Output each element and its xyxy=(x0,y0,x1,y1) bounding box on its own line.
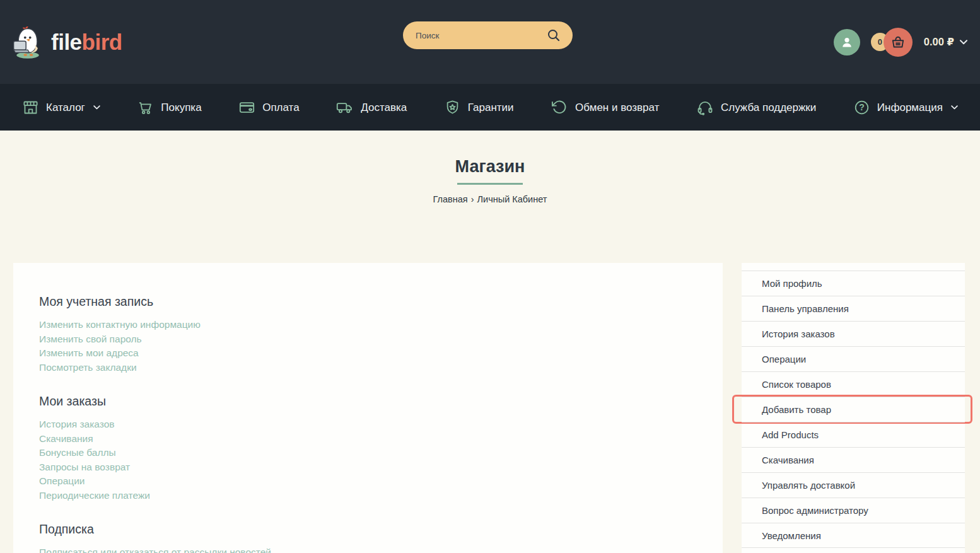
nav-label: Каталог xyxy=(46,102,85,113)
link-list: Подписаться или отказаться от рассылки н… xyxy=(39,545,697,553)
search-button[interactable] xyxy=(545,26,563,44)
brand-wordmark: filebird xyxy=(51,31,122,53)
nav-label: Оплата xyxy=(262,102,299,113)
section-title: Подписка xyxy=(39,521,697,537)
mascot-chicken-icon xyxy=(10,25,45,60)
credit-card-icon xyxy=(238,99,255,116)
sidebar-item-add-product[interactable]: Добавить товар xyxy=(742,397,965,422)
section-my-account: Моя учетная запись Изменить контактную и… xyxy=(39,293,697,375)
link-transactions[interactable]: Операции xyxy=(39,474,85,489)
link-downloads[interactable]: Скачивания xyxy=(39,432,93,446)
sidebar-item-manage-shipping[interactable]: Управлять доставкой xyxy=(742,472,965,498)
sidebar-item-ask-admin[interactable]: Вопрос администратору xyxy=(742,498,965,523)
link-list: Изменить контактную информацию Изменить … xyxy=(39,318,697,375)
main-nav: Каталог Покупка Оплата xyxy=(0,84,980,131)
sidebar-item-label: Управлять доставкой xyxy=(762,480,855,491)
account-overview-panel: Моя учетная запись Изменить контактную и… xyxy=(13,263,723,553)
nav-label: Гарантии xyxy=(468,102,514,113)
cart-dropdown-toggle[interactable] xyxy=(960,40,967,45)
header-account-area: 0 0.00 ₽ xyxy=(834,0,967,84)
svg-text:?: ? xyxy=(859,102,865,112)
sidebar-item-label: Панель управления xyxy=(762,303,849,314)
nav-label: Покупка xyxy=(161,102,201,113)
link-reward-points[interactable]: Бонусные баллы xyxy=(39,446,116,460)
section-newsletter: Подписка Подписаться или отказаться от р… xyxy=(39,521,697,553)
help-circle-icon: ? xyxy=(853,99,870,116)
truck-icon xyxy=(336,98,354,116)
chevron-down-icon xyxy=(951,105,958,110)
search-icon xyxy=(546,28,561,43)
breadcrumb-home-link[interactable]: Главная xyxy=(433,194,468,204)
sidebar-item-notifications[interactable]: Уведомления xyxy=(742,523,965,548)
sidebar-item-label: Операции xyxy=(762,354,806,364)
link-edit-contact-info[interactable]: Изменить контактную информацию xyxy=(39,318,201,332)
sidebar-item-dashboard[interactable]: Панель управления xyxy=(742,296,965,321)
sidebar-item-label: Мой профиль xyxy=(762,278,822,289)
sidebar-item-product-list[interactable]: Список товаров xyxy=(742,371,965,397)
sidebar-item-transactions[interactable]: Операции xyxy=(742,346,965,371)
chevron-down-icon xyxy=(93,105,100,110)
link-newsletter-subscribe[interactable]: Подписаться или отказаться от рассылки н… xyxy=(39,545,271,553)
page-head: Магазин Главная›Личный Кабинет xyxy=(0,131,980,206)
nav-item-returns[interactable]: Обмен и возврат xyxy=(551,98,659,116)
content-row: Моя учетная запись Изменить контактную и… xyxy=(0,263,980,553)
title-underline xyxy=(457,183,523,185)
sidebar-item-label: Вопрос администратору xyxy=(762,505,868,516)
sidebar-menu: Мой профиль Панель управления История за… xyxy=(742,271,965,548)
sidebar-item-label: История заказов xyxy=(762,329,835,339)
section-title: Моя учетная запись xyxy=(39,293,697,310)
sidebar-item-label: Уведомления xyxy=(762,530,821,541)
nav-item-purchase[interactable]: Покупка xyxy=(137,99,201,116)
return-arrow-icon xyxy=(551,98,568,116)
nav-label: Доставка xyxy=(361,102,407,113)
nav-label: Обмен и возврат xyxy=(575,102,659,113)
cart-icon xyxy=(137,99,154,116)
sidebar-item-add-products-en[interactable]: Add Products xyxy=(742,422,965,447)
nav-item-catalog[interactable]: Каталог xyxy=(22,99,100,116)
link-edit-addresses[interactable]: Изменить мои адреса xyxy=(39,346,139,361)
site-logo[interactable]: filebird xyxy=(10,25,122,60)
sidebar-item-label: Добавить товар xyxy=(762,404,831,415)
site-header: filebird 0 xyxy=(0,0,980,84)
link-order-history[interactable]: История заказов xyxy=(39,417,115,432)
nav-item-delivery[interactable]: Доставка xyxy=(336,98,407,116)
headset-icon xyxy=(696,98,714,116)
account-sidebar: Мой профиль Панель управления История за… xyxy=(742,263,965,553)
nav-label: Служба поддержки xyxy=(721,102,816,113)
shield-star-icon xyxy=(444,99,461,116)
breadcrumb-separator: › xyxy=(471,194,474,204)
nav-item-payment[interactable]: Оплата xyxy=(238,99,299,116)
sidebar-item-order-history[interactable]: История заказов xyxy=(742,321,965,346)
sidebar-item-my-profile[interactable]: Мой профиль xyxy=(742,271,965,296)
sidebar-item-downloads[interactable]: Скачивания xyxy=(742,447,965,472)
breadcrumb: Главная›Личный Кабинет xyxy=(0,193,980,206)
page-title: Магазин xyxy=(0,158,980,175)
nav-item-warranty[interactable]: Гарантии xyxy=(444,99,514,116)
search-input[interactable] xyxy=(416,31,545,40)
link-recurring-payments[interactable]: Периодические платежи xyxy=(39,489,150,503)
cart-button[interactable]: 0 xyxy=(871,28,913,57)
nav-item-information[interactable]: ? Информация xyxy=(853,99,958,116)
sidebar-item-label: Add Products xyxy=(762,429,819,440)
basket-icon xyxy=(884,28,913,57)
breadcrumb-current: Личный Кабинет xyxy=(477,194,547,204)
link-return-requests[interactable]: Запросы на возврат xyxy=(39,460,130,475)
cart-total: 0.00 ₽ xyxy=(924,36,954,48)
sidebar-item-label: Список товаров xyxy=(762,379,831,390)
link-list: История заказов Скачивания Бонусные балл… xyxy=(39,417,697,503)
link-change-password[interactable]: Изменить свой пароль xyxy=(39,332,142,347)
user-icon xyxy=(839,35,855,50)
link-view-wishlist[interactable]: Посмотреть закладки xyxy=(39,361,137,375)
section-my-orders: Мои заказы История заказов Скачивания Бо… xyxy=(39,393,697,503)
sidebar-item-label: Скачивания xyxy=(762,455,814,465)
section-title: Мои заказы xyxy=(39,393,697,409)
search-bar xyxy=(403,21,573,49)
nav-item-support[interactable]: Служба поддержки xyxy=(696,98,816,116)
nav-label: Информация xyxy=(877,102,943,113)
storefront-icon xyxy=(22,99,39,116)
account-button[interactable] xyxy=(834,29,860,55)
